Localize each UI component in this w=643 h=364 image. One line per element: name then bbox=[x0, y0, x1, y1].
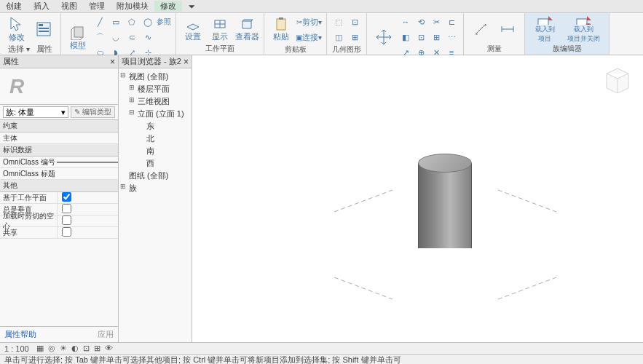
rect-icon[interactable]: ▭ bbox=[109, 15, 123, 29]
workplane-checkbox[interactable] bbox=[62, 192, 71, 202]
mod-icon[interactable]: ⟲ bbox=[414, 15, 428, 29]
ribbon-group-workplane: 设置 显示 查看器 工作平面 bbox=[176, 13, 264, 55]
svg-line-21 bbox=[334, 277, 392, 299]
svg-line-20 bbox=[498, 190, 556, 212]
circle-icon[interactable]: ◯ bbox=[141, 15, 155, 29]
geom-icon[interactable]: ◫ bbox=[331, 30, 346, 44]
cylinder-model[interactable] bbox=[418, 154, 472, 248]
properties-footer: 属性帮助 应用 bbox=[0, 326, 118, 342]
r-logo-icon: R bbox=[3, 73, 31, 100]
browser-tree: 视图 (全部) 楼层平面 三维视图 立面 (立面 1) 东 北 南 西 图纸 (… bbox=[119, 68, 192, 197]
visual-style-icon[interactable]: ◎ bbox=[48, 344, 55, 353]
mod-icon[interactable]: ⊞ bbox=[429, 30, 443, 44]
tree-east[interactable]: 东 bbox=[138, 120, 190, 132]
cylinder-top bbox=[418, 154, 472, 173]
svg-line-19 bbox=[334, 190, 392, 212]
svg-rect-2 bbox=[39, 28, 49, 29]
svg-rect-9 bbox=[279, 17, 283, 20]
menu-item-active[interactable]: 修改 bbox=[154, 1, 182, 12]
spline-icon[interactable]: ∿ bbox=[141, 30, 155, 44]
tree-south[interactable]: 南 bbox=[138, 145, 190, 157]
menu-dropdown-icon[interactable]: ⏷ bbox=[182, 2, 202, 11]
polygon-icon[interactable]: ⬠ bbox=[125, 15, 139, 29]
menu-item[interactable]: 插入 bbox=[28, 1, 55, 12]
ribbon-group-modify: ↔⟲✂⊏ ◧⊡⊞⋯ ↗⊕✕≡ 修改 bbox=[367, 13, 464, 55]
cut-small-icon[interactable]: ✂ 剪切 ▾ bbox=[296, 15, 322, 29]
join-small-icon[interactable]: ▣ 连接 ▾ bbox=[296, 30, 322, 44]
properties-button[interactable] bbox=[31, 15, 56, 44]
tree-north[interactable]: 北 bbox=[138, 132, 190, 145]
mod-icon[interactable]: ⋯ bbox=[444, 30, 459, 44]
family-type-combo[interactable]: 族: 体量▾ bbox=[3, 106, 68, 118]
menu-item[interactable]: 附加模块 bbox=[111, 1, 154, 12]
properties-title: 属性 bbox=[3, 56, 19, 67]
load-into-project-close-button[interactable]: 载入到 项目并关闭 bbox=[562, 15, 604, 44]
tree-families[interactable]: 族 bbox=[120, 182, 190, 194]
geom-icon[interactable]: ⬚ bbox=[331, 15, 346, 29]
tree-3d[interactable]: 三维视图 bbox=[129, 95, 190, 108]
line-icon[interactable]: ╱ bbox=[92, 15, 107, 29]
geom-icon[interactable]: ⊞ bbox=[347, 30, 362, 44]
geom-icon[interactable]: ⊡ bbox=[347, 15, 362, 29]
model-button[interactable]: 模型 bbox=[66, 23, 90, 52]
menubar: 创建 插入 视图 管理 附加模块 修改 ⏷ bbox=[0, 0, 643, 13]
move-icon[interactable] bbox=[371, 23, 396, 52]
tree-floor-plans[interactable]: 楼层平面 bbox=[129, 83, 190, 95]
browser-title: 项目浏览器 - 族2 bbox=[122, 56, 181, 67]
ribbon: 修改 选择 ▾ 属性 模型 ╱ ▭ ⬠ ◯ 参照 ⌒ ◡ ⊂ ∿ bbox=[0, 13, 643, 55]
modify-button[interactable]: 修改 bbox=[4, 15, 29, 44]
hide-icon[interactable]: 👁 bbox=[105, 344, 113, 353]
arc2-icon[interactable]: ◡ bbox=[109, 30, 123, 44]
mod-icon[interactable]: ◧ bbox=[398, 30, 413, 44]
mod-icon[interactable]: ⊏ bbox=[444, 15, 459, 29]
viewer-button[interactable]: 查看器 bbox=[234, 15, 259, 44]
cut-checkbox[interactable] bbox=[62, 215, 71, 225]
prop-row: 加载时剪切的空心 bbox=[0, 215, 118, 227]
tree-elevations[interactable]: 立面 (立面 1) bbox=[129, 108, 190, 120]
arc-icon[interactable]: ⌒ bbox=[92, 30, 107, 44]
canvas-viewport[interactable] bbox=[192, 55, 643, 342]
tree-views[interactable]: 视图 (全部) bbox=[120, 71, 190, 83]
mod-icon[interactable]: ⊡ bbox=[414, 30, 428, 44]
crop-icon[interactable]: ⊡ bbox=[83, 344, 90, 353]
crop-region-icon[interactable]: ⊞ bbox=[94, 344, 100, 353]
set-button[interactable]: 设置 bbox=[181, 15, 205, 44]
tree-sheets[interactable]: 图纸 (全部) bbox=[120, 170, 190, 182]
tree-west[interactable]: 西 bbox=[138, 157, 190, 170]
apply-button[interactable]: 应用 bbox=[98, 329, 114, 340]
shared-checkbox[interactable] bbox=[62, 227, 71, 237]
prop-row: 共享 bbox=[0, 227, 118, 239]
section-other: 其他 bbox=[0, 180, 118, 192]
mod-icon[interactable]: ✂ bbox=[429, 15, 443, 29]
arc3-icon[interactable]: ⊂ bbox=[125, 30, 139, 44]
menu-item[interactable]: 创建 bbox=[0, 1, 28, 12]
prop-row: 基于工作平面 bbox=[0, 192, 118, 204]
detail-level-icon[interactable]: ▦ bbox=[36, 344, 44, 353]
menu-item[interactable]: 管理 bbox=[83, 1, 111, 12]
measure-icon[interactable] bbox=[468, 15, 493, 44]
svg-rect-8 bbox=[277, 19, 285, 30]
paste-button[interactable]: 粘贴 bbox=[269, 15, 293, 44]
properties-help-link[interactable]: 属性帮助 bbox=[4, 329, 36, 340]
load-into-project-button[interactable]: 载入到 项目 bbox=[529, 15, 560, 44]
show-button[interactable]: 显示 bbox=[208, 15, 232, 44]
vertical-checkbox[interactable] bbox=[62, 204, 71, 213]
ribbon-group-measure: 测量 bbox=[464, 13, 525, 55]
svg-line-22 bbox=[498, 277, 556, 299]
close-icon[interactable]: × bbox=[110, 57, 115, 67]
shadow-icon[interactable]: ◐ bbox=[71, 344, 79, 353]
ref-button[interactable]: 参照 bbox=[157, 15, 171, 29]
statusbar: 单击可进行选择; 按 Tab 键并单击可选择其他项目; 按 Ctrl 键并单击可… bbox=[0, 354, 643, 364]
scale-display[interactable]: 1 : 100 bbox=[4, 344, 29, 353]
ribbon-group-family-editor: 载入到 项目 载入到 项目并关闭 族编辑器 bbox=[525, 13, 610, 55]
dimension-icon[interactable] bbox=[495, 15, 520, 44]
mod-icon[interactable]: ↔ bbox=[398, 15, 413, 29]
section-ident: 标识数据 bbox=[0, 144, 118, 157]
main-area: 属性 × R 族: 体量▾ ✎ 编辑类型 约束 主体 标识数据 OmniClas… bbox=[0, 55, 643, 342]
close-icon[interactable]: × bbox=[184, 57, 189, 67]
view-control-bar: 1 : 100 ▦ ◎ ☀ ◐ ⊡ ⊞ 👁 bbox=[0, 342, 643, 354]
menu-item[interactable]: 视图 bbox=[55, 1, 83, 12]
project-browser-panel: 项目浏览器 - 族2 × 视图 (全部) 楼层平面 三维视图 立面 (立面 1)… bbox=[119, 55, 192, 342]
edit-type-button[interactable]: ✎ 编辑类型 bbox=[71, 106, 115, 118]
sun-path-icon[interactable]: ☀ bbox=[60, 344, 67, 353]
